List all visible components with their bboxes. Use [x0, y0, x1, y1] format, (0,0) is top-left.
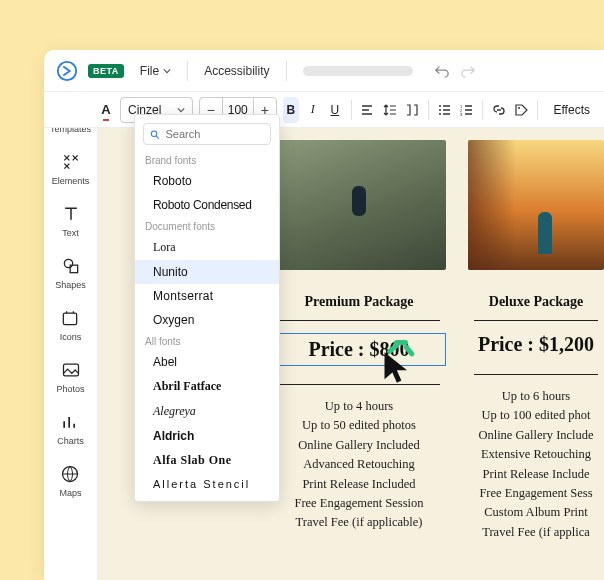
font-option[interactable]: Roboto: [135, 169, 279, 193]
feature-line: Print Release Included: [272, 475, 446, 494]
link-button[interactable]: [491, 97, 507, 123]
sidebar-label: Text: [62, 228, 79, 238]
text-color-button[interactable]: A: [98, 97, 114, 123]
cursor-indicator: [380, 350, 416, 389]
line-height-button[interactable]: [381, 97, 397, 123]
font-option[interactable]: Roboto Condensed: [135, 193, 279, 217]
undo-button[interactable]: [435, 64, 449, 78]
card-title[interactable]: Deluxe Package: [468, 294, 604, 310]
feature-line: Free Engagement Session: [272, 494, 446, 513]
divider: [474, 320, 598, 321]
underline-button[interactable]: U: [327, 97, 343, 123]
font-option[interactable]: Nunito: [135, 260, 279, 284]
maps-icon: [60, 464, 80, 484]
sidebar-item-shapes[interactable]: Shapes: [55, 256, 86, 290]
separator: [286, 61, 287, 81]
font-search[interactable]: [143, 123, 271, 145]
file-menu[interactable]: File: [134, 60, 177, 82]
shapes-icon: [61, 256, 81, 276]
effects-button[interactable]: Effects: [546, 103, 598, 117]
number-list-button[interactable]: 123: [458, 97, 474, 123]
align-button[interactable]: [359, 97, 375, 123]
chevron-down-icon: [163, 67, 171, 75]
feature-line: Up to 50 edited photos: [272, 416, 446, 435]
card-price[interactable]: Price : $800: [272, 333, 446, 366]
feature-line: Up to 4 hours: [272, 397, 446, 416]
sidebar-label: Shapes: [55, 280, 86, 290]
sidebar-item-elements[interactable]: Elements: [52, 152, 90, 186]
sidebar-label: Maps: [59, 488, 81, 498]
feature-line: Online Gallery Include: [468, 426, 604, 445]
font-option[interactable]: Allerta Stencil: [135, 473, 279, 495]
font-option[interactable]: Aldrich: [135, 424, 279, 448]
feature-line: Free Engagement Sess: [468, 484, 604, 503]
card-features[interactable]: Up to 4 hours Up to 50 edited photos Onl…: [272, 397, 446, 533]
title-placeholder[interactable]: [303, 66, 413, 76]
feature-line: Travel Fee (if applica: [468, 523, 604, 542]
card-features[interactable]: Up to 6 hours Up to 100 edited phot Onli…: [468, 387, 604, 542]
accessibility-label: Accessibility: [204, 64, 269, 78]
italic-button[interactable]: I: [305, 97, 321, 123]
font-section-header: Document fonts: [135, 217, 279, 235]
history-controls: [435, 64, 475, 78]
sidebar-item-charts[interactable]: Charts: [57, 412, 84, 446]
card-photo[interactable]: [272, 140, 446, 270]
feature-line: Online Gallery Included: [272, 436, 446, 455]
package-card-premium: Premium Package Price : $800 Up to 4 hou…: [272, 140, 446, 542]
svg-rect-7: [63, 364, 78, 376]
icons-icon: [60, 308, 80, 328]
feature-line: Custom Album Print: [468, 503, 604, 522]
card-title[interactable]: Premium Package: [272, 294, 446, 310]
svg-point-15: [518, 107, 520, 109]
bold-button[interactable]: B: [283, 97, 299, 123]
logo-icon: [56, 60, 78, 82]
tag-button[interactable]: [513, 97, 529, 123]
svg-point-4: [64, 259, 72, 267]
bullet-list-button[interactable]: [436, 97, 452, 123]
package-card-deluxe: Deluxe Package Price : $1,200 Up to 6 ho…: [468, 140, 604, 542]
sidebar-label: Photos: [56, 384, 84, 394]
font-option[interactable]: Alfa Slab One: [135, 448, 279, 473]
font-option[interactable]: Abel: [135, 350, 279, 374]
font-dropdown: Brand fonts Roboto Roboto Condensed Docu…: [134, 114, 280, 502]
text-icon: [61, 204, 81, 224]
feature-line: Up to 100 edited phot: [468, 406, 604, 425]
sidebar-label: Elements: [52, 176, 90, 186]
app-window: BETA File Accessibility Templates Elemen…: [44, 50, 604, 580]
separator: [351, 100, 352, 120]
charts-icon: [60, 412, 80, 432]
sidebar-label: Charts: [57, 436, 84, 446]
accessibility-menu[interactable]: Accessibility: [198, 60, 275, 82]
feature-line: Extensive Retouching: [468, 445, 604, 464]
sidebar-item-photos[interactable]: Photos: [56, 360, 84, 394]
feature-line: Travel Fee (if applicable): [272, 513, 446, 532]
chevron-down-icon: [177, 106, 185, 114]
sidebar-item-maps[interactable]: Maps: [59, 464, 81, 498]
sidebar-label: Icons: [60, 332, 82, 342]
elements-icon: [61, 152, 81, 172]
font-section-header: Brand fonts: [135, 151, 279, 169]
separator: [482, 100, 483, 120]
card-photo[interactable]: [468, 140, 604, 270]
card-price[interactable]: Price : $1,200: [468, 333, 604, 356]
svg-point-16: [151, 131, 156, 136]
sidebar-item-text[interactable]: Text: [61, 204, 81, 238]
spacing-button[interactable]: [404, 97, 420, 123]
text-toolbar: A Cinzel − 100 + B I U 123 Effects: [44, 92, 604, 128]
font-option[interactable]: Montserrat: [135, 284, 279, 308]
svg-rect-6: [64, 313, 77, 325]
separator: [428, 100, 429, 120]
font-option[interactable]: Abril Fatface: [135, 374, 279, 399]
feature-line: Advanced Retouching: [272, 455, 446, 474]
redo-button[interactable]: [461, 64, 475, 78]
cards-row: Premium Package Price : $800 Up to 4 hou…: [272, 140, 604, 542]
font-option[interactable]: Alegreya: [135, 399, 279, 424]
photos-icon: [61, 360, 81, 380]
font-option[interactable]: Lora: [135, 235, 279, 260]
svg-point-10: [439, 109, 441, 111]
svg-point-11: [439, 113, 441, 115]
svg-point-9: [439, 105, 441, 107]
sidebar-item-icons[interactable]: Icons: [60, 308, 82, 342]
font-search-input[interactable]: [166, 128, 265, 140]
font-option[interactable]: Oxygen: [135, 308, 279, 332]
